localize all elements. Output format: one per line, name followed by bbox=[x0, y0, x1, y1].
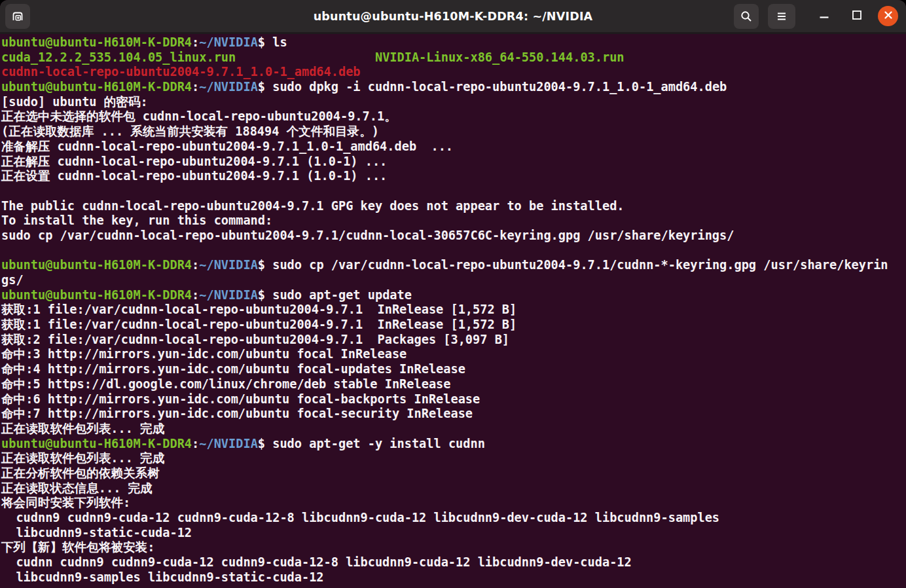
maximize-button[interactable] bbox=[845, 5, 869, 28]
terminal-line: 命中:4 http://mirrors.yun-idc.com/ubuntu f… bbox=[1, 362, 906, 377]
terminal-line: 正在选中未选择的软件包 cudnn-local-repo-ubuntu2004-… bbox=[1, 109, 906, 124]
titlebar[interactable]: ubuntu@ubuntu-H610M-K-DDR4: ~/NVIDIA bbox=[0, 0, 906, 34]
terminal-line: cuda_12.2.2_535.104.05_linux.run NVIDIA-… bbox=[1, 50, 906, 65]
terminal-line: libcudnn9-samples libcudnn9-static-cuda-… bbox=[1, 570, 906, 585]
terminal-line: cudnn9 cudnn9-cuda-12 cudnn9-cuda-12-8 l… bbox=[1, 511, 906, 526]
search-icon bbox=[739, 9, 753, 24]
terminal-line: ubuntu@ubuntu-H610M-K-DDR4:~/NVIDIA$ sud… bbox=[1, 80, 906, 95]
terminal-line: 获取:1 file:/var/cudnn-local-repo-ubuntu20… bbox=[1, 318, 906, 333]
terminal-window: ubuntu@ubuntu-H610M-K-DDR4: ~/NVIDIA bbox=[0, 0, 906, 588]
hamburger-menu-icon bbox=[774, 9, 789, 24]
new-tab-icon bbox=[10, 9, 25, 24]
terminal-line: 正在读取软件包列表... 完成 bbox=[1, 422, 906, 437]
minimize-button[interactable] bbox=[812, 5, 836, 28]
close-button[interactable] bbox=[878, 6, 898, 26]
terminal-line: ubuntu@ubuntu-H610M-K-DDR4:~/NVIDIA$ sud… bbox=[1, 258, 906, 273]
terminal-line: 正在设置 cudnn-local-repo-ubuntu2004-9.7.1 (… bbox=[1, 169, 906, 184]
terminal-line: cudnn-local-repo-ubuntu2004-9.7.1_1.0-1_… bbox=[1, 65, 906, 80]
terminal-line: (正在读取数据库 ... 系统当前共安装有 188494 个文件和目录。) bbox=[1, 124, 906, 139]
terminal-line: 获取:1 file:/var/cudnn-local-repo-ubuntu20… bbox=[1, 303, 906, 318]
menu-button[interactable] bbox=[768, 4, 795, 29]
terminal-line: 获取:2 file:/var/cudnn-local-repo-ubuntu20… bbox=[1, 333, 906, 348]
terminal-line: 正在解压 cudnn-local-repo-ubuntu2004-9.7.1 (… bbox=[1, 155, 906, 170]
terminal-line: cudnn cudnn9 cudnn9-cuda-12 cudnn9-cuda-… bbox=[1, 555, 906, 570]
terminal-line: 正在读取状态信息... 完成 bbox=[1, 481, 906, 496]
terminal-line: ubuntu@ubuntu-H610M-K-DDR4:~/NVIDIA$ sud… bbox=[1, 288, 906, 303]
terminal-line: 准备解压 cudnn-local-repo-ubuntu2004-9.7.1_1… bbox=[1, 139, 906, 155]
terminal-line: [sudo] ubuntu 的密码: bbox=[1, 95, 906, 110]
terminal-line bbox=[1, 244, 906, 259]
terminal-line: 命中:5 https://dl.google.com/linux/chrome/… bbox=[1, 377, 906, 392]
terminal-line: 正在读取软件包列表... 完成 bbox=[1, 451, 906, 466]
terminal-line: ubuntu@ubuntu-H610M-K-DDR4:~/NVIDIA$ ls bbox=[1, 35, 906, 50]
minimize-icon bbox=[817, 8, 831, 25]
terminal-line bbox=[1, 184, 906, 199]
close-icon bbox=[882, 9, 895, 24]
terminal-line: gs/ bbox=[1, 273, 906, 288]
terminal-line: ubuntu@ubuntu-H610M-K-DDR4:~/NVIDIA$ sud… bbox=[1, 437, 906, 452]
terminal-line: 将会同时安装下列软件: bbox=[1, 496, 906, 511]
terminal-line: 命中:7 http://mirrors.yun-idc.com/ubuntu f… bbox=[1, 407, 906, 422]
new-tab-button[interactable] bbox=[5, 4, 30, 29]
terminal-line: The public cudnn-local-repo-ubuntu2004-9… bbox=[1, 199, 906, 214]
terminal-line: 正在分析软件包的依赖关系树 bbox=[1, 466, 906, 481]
terminal-line: 命中:6 http://mirrors.yun-idc.com/ubuntu f… bbox=[1, 392, 906, 407]
terminal-line: sudo cp /var/cudnn-local-repo-ubuntu2004… bbox=[1, 229, 906, 244]
terminal-line: To install the key, run this command: bbox=[1, 213, 906, 229]
terminal-screen[interactable]: ubuntu@ubuntu-H610M-K-DDR4:~/NVIDIA$ lsc… bbox=[0, 34, 906, 588]
terminal-line: 命中:3 http://mirrors.yun-idc.com/ubuntu f… bbox=[1, 347, 906, 362]
terminal-line: libcudnn9-static-cuda-12 bbox=[1, 526, 906, 541]
search-button[interactable] bbox=[734, 4, 759, 29]
maximize-icon bbox=[850, 8, 864, 25]
terminal-line: 下列【新】软件包将被安装: bbox=[1, 540, 906, 555]
